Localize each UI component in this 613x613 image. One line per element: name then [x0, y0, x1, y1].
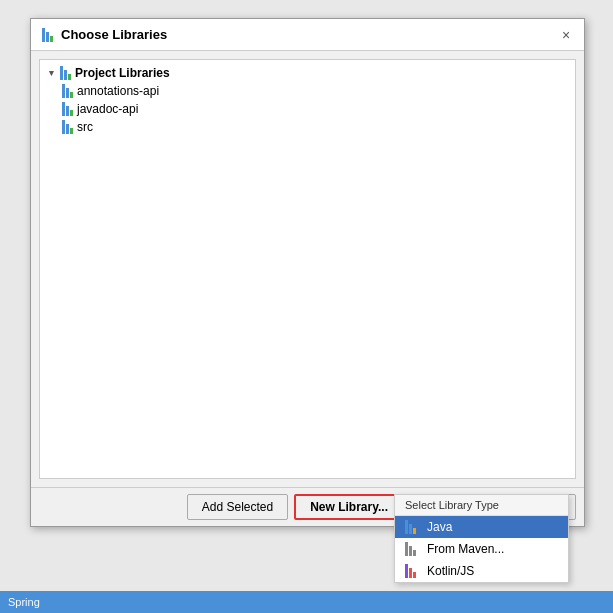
choose-libraries-dialog: Choose Libraries × ▾ Project Libraries a… — [30, 18, 585, 527]
select-library-type-dropdown: Select Library Type Java From Maven... K… — [394, 494, 569, 583]
javadoc-api-icon — [62, 102, 73, 116]
annotations-api-label: annotations-api — [77, 84, 159, 98]
dropdown-item-java[interactable]: Java — [395, 516, 568, 538]
javadoc-api-label: javadoc-api — [77, 102, 138, 116]
tree-item-src[interactable]: src — [40, 118, 575, 136]
close-button[interactable]: × — [556, 25, 576, 45]
tree-item-annotations-api[interactable]: annotations-api — [40, 82, 575, 100]
tree-root-item[interactable]: ▾ Project Libraries — [40, 64, 575, 82]
src-icon — [62, 120, 73, 134]
dropdown-header: Select Library Type — [395, 495, 568, 516]
dialog-icon — [39, 27, 55, 43]
kotlin-icon — [405, 564, 421, 578]
dropdown-item-maven[interactable]: From Maven... — [395, 538, 568, 560]
maven-label: From Maven... — [427, 542, 504, 556]
java-icon — [405, 520, 421, 534]
project-libraries-icon — [60, 66, 71, 80]
dialog-titlebar: Choose Libraries × — [31, 19, 584, 51]
src-label: src — [77, 120, 93, 134]
tree-item-javadoc-api[interactable]: javadoc-api — [40, 100, 575, 118]
library-icon — [42, 28, 53, 42]
titlebar-left: Choose Libraries — [39, 27, 167, 43]
new-library-button[interactable]: New Library... — [294, 494, 404, 520]
root-label: Project Libraries — [75, 66, 170, 80]
java-label: Java — [427, 520, 452, 534]
library-tree[interactable]: ▾ Project Libraries annotations-api — [39, 59, 576, 479]
chevron-down-icon: ▾ — [44, 68, 58, 78]
kotlin-label: Kotlin/JS — [427, 564, 474, 578]
statusbar: Spring — [0, 591, 613, 613]
maven-icon — [405, 542, 421, 556]
add-selected-button[interactable]: Add Selected — [187, 494, 288, 520]
dropdown-item-kotlin[interactable]: Kotlin/JS — [395, 560, 568, 582]
dialog-title: Choose Libraries — [61, 27, 167, 42]
annotations-api-icon — [62, 84, 73, 98]
statusbar-text: Spring — [8, 596, 40, 608]
